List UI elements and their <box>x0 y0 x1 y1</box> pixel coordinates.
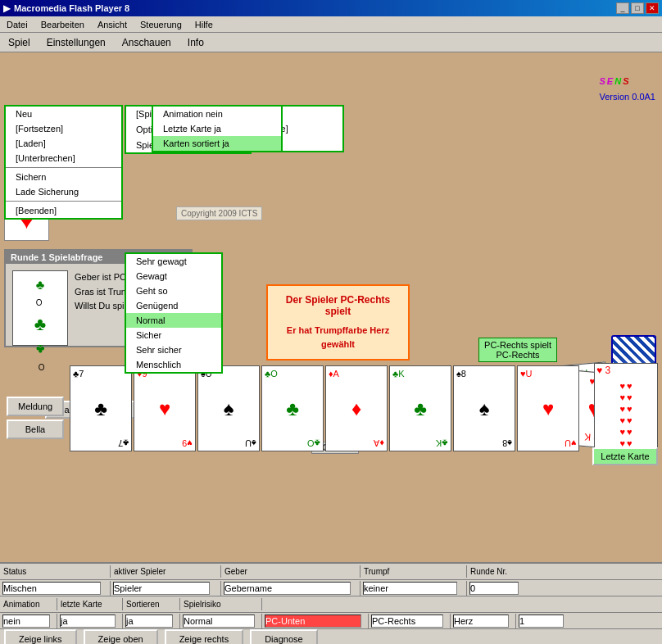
val-pc-unten-highlight <box>262 614 369 628</box>
logo-n: N <box>614 76 623 86</box>
pc-rechts-label: PC-Rechts spielt PC-Rechts <box>478 338 557 362</box>
menu-item-sichern[interactable]: Sichern <box>6 170 121 184</box>
menu-item-gewagt[interactable]: Gewagt <box>126 269 221 283</box>
menubar: Datei Bearbeiten Ansicht Steuerung Hilfe <box>0 16 662 33</box>
logo-s1: S <box>600 76 607 86</box>
status-val-aktiver <box>111 581 221 596</box>
menu-item-sehr-gewagt[interactable]: Sehr gewagt <box>126 254 221 269</box>
zeige-links-button[interactable]: Zeige links <box>4 629 77 644</box>
pc-rechts-name: PC-Rechts <box>484 350 551 360</box>
status-row4: Normal <box>0 613 662 629</box>
menu-datei[interactable]: Datei <box>0 18 34 31</box>
input-sortieren[interactable] <box>125 615 173 628</box>
bottom-card-6[interactable]: ♣K ♣ ♣K <box>389 365 451 451</box>
menu-item-normal[interactable]: Normal <box>126 313 221 328</box>
val-letzte-karte <box>57 614 123 628</box>
menu-item-menschlich[interactable]: Menschlich <box>126 357 221 372</box>
meldung-button[interactable]: Meldung <box>7 397 64 416</box>
val-runde-nr <box>516 614 566 628</box>
status-input-status[interactable] <box>2 582 101 595</box>
bottom-card-2[interactable]: ♥9 ♥ ♥9 <box>134 365 196 451</box>
bottom-card-5[interactable]: ♦A ♦ ♦A <box>325 365 388 451</box>
menu-item-sicher[interactable]: Sicher <box>126 328 221 342</box>
window-title: Macromedia Flash Player 8 <box>14 3 129 13</box>
menu-item-beenden[interactable]: [Beenden] <box>6 203 121 218</box>
nav-anschauen[interactable]: Anschauen <box>114 34 179 51</box>
input-runde-nr[interactable] <box>519 615 564 628</box>
menu-item-unterbrechen[interactable]: [Unterbrechen] <box>6 151 121 166</box>
menu-steuerung[interactable]: Steuerung <box>134 18 188 31</box>
logo-e: E <box>607 76 614 86</box>
status-input-trumpf[interactable] <box>363 582 457 595</box>
bottom-card-1[interactable]: ♣7 ♣ ♣7 <box>70 365 132 451</box>
bottom-cards: ♣7 ♣ ♣7 ♥9 ♥ ♥9 ♠U ♠ ♠U ♣O ♣ ♣O ♦A ♦ ♦A <box>70 365 579 451</box>
status-lbl-geber: Geber <box>221 565 360 578</box>
menu-hilfe[interactable]: Hilfe <box>188 18 220 31</box>
menu-item-neu[interactable]: Neu <box>6 107 121 121</box>
separator2 <box>6 201 121 202</box>
status-buttons-row: Zeige links Zeige oben Zeige rechts Diag… <box>0 631 662 644</box>
nav-info[interactable]: Info <box>179 34 212 51</box>
lbl-sortieren: Sortieren <box>123 598 180 610</box>
player-info-text: Er hat Trumpffarbe Herzgewählt <box>276 324 400 351</box>
runde-card: ♣ O ♣ O♣ <box>12 270 68 346</box>
status-lbl-trumpf: Trumpf <box>360 565 467 578</box>
menu-item-lade-sicherung[interactable]: Lade Sicherung <box>6 184 121 199</box>
status-input-aktiver[interactable] <box>113 582 210 595</box>
status-lbl-runde: Runde Nr. <box>467 565 549 578</box>
bottom-card-4[interactable]: ♣O ♣ ♣O <box>261 365 324 451</box>
close-button[interactable]: ✕ <box>646 2 659 14</box>
input-herz[interactable] <box>453 615 509 628</box>
anschauen-dropdown: Animation nein Letzte Karte ja Karten so… <box>152 105 283 152</box>
bella-button[interactable]: Bella <box>7 420 64 439</box>
menu-item-fortsetzen[interactable]: [Fortsetzen] <box>6 121 121 136</box>
status-val-trumpf <box>360 581 467 596</box>
zeige-oben-button[interactable]: Zeige oben <box>84 629 158 644</box>
val-spielrisiko: Normal <box>180 614 262 628</box>
status-bar: Status aktiver Spieler Geber Trumpf Rund… <box>0 562 662 644</box>
status-lbl-aktiver: aktiver Spieler <box>111 565 221 578</box>
bottom-card-3[interactable]: ♠U ♠ ♠U <box>197 365 260 451</box>
bottom-card-7[interactable]: ♠8 ♠ ♠8 <box>453 365 515 451</box>
input-spielrisiko[interactable]: Normal <box>183 615 255 628</box>
status-input-runde[interactable] <box>469 582 519 595</box>
status-input-geber[interactable] <box>224 582 351 595</box>
menu-bearbeiten[interactable]: Bearbeiten <box>34 18 91 31</box>
input-pc-rechts[interactable] <box>371 615 443 628</box>
menu-item-letzte-karte[interactable]: Letzte Karte ja <box>153 121 281 136</box>
separator1 <box>6 167 121 168</box>
status-label-row: Status aktiver Spieler Geber Trumpf Rund… <box>0 564 662 580</box>
status-val-geber <box>221 581 360 596</box>
menu-item-karten-sortiert[interactable]: Karten sortiert ja <box>153 136 281 151</box>
letzte-karte-button[interactable]: Letzte Karte <box>592 447 658 465</box>
menu-item-genuegend[interactable]: Genügend <box>126 298 221 313</box>
menu-ansicht[interactable]: Ansicht <box>91 18 134 31</box>
maximize-button[interactable]: □ <box>631 2 644 14</box>
main-area: SENS Version 0.0A1 ♥ Neu [Fortsetzen] [L… <box>0 52 662 562</box>
menu-item-laden[interactable]: [Laden] <box>6 136 121 151</box>
input-animation[interactable] <box>2 615 50 628</box>
navbar: Spiel Einstellungen Anschauen Info <box>0 33 662 52</box>
zeige-rechts-button[interactable]: Zeige rechts <box>165 629 244 644</box>
status-row3: Animation letzte Karte Sortieren Spielri… <box>0 596 662 613</box>
menu-item-animation[interactable]: Animation nein <box>153 107 281 121</box>
menu-item-sehr-sicher[interactable]: Sehr sicher <box>126 342 221 357</box>
val-herz <box>451 614 516 628</box>
lbl-empty <box>262 603 662 606</box>
val-sortieren <box>123 614 180 628</box>
minimize-button[interactable]: _ <box>616 2 629 14</box>
status-value-row <box>0 580 662 596</box>
bottom-card-8[interactable]: ♥U ♥ ♥U <box>517 365 579 451</box>
lbl-animation: Animation <box>0 598 57 610</box>
input-pc-unten[interactable] <box>265 615 361 628</box>
action-buttons: Meldung Bella <box>7 397 64 439</box>
nav-einstellungen[interactable]: Einstellungen <box>39 34 114 51</box>
val-pc-rechts <box>369 614 451 628</box>
pc-rechts-spielt: PC-Rechts spielt <box>484 340 551 350</box>
nav-spiel[interactable]: Spiel <box>0 34 39 51</box>
letzte-karte-card: ♥ 3 ♥♥ ♥♥ ♥♥ ♥♥ ♥♥ ♥♥ <box>594 363 658 451</box>
menu-item-geht-so[interactable]: Geht so <box>126 283 221 298</box>
logo-version: Version 0.0A1 <box>600 92 656 102</box>
input-letzte-karte[interactable] <box>60 615 116 628</box>
diagnose-button[interactable]: Diagnose <box>250 629 317 644</box>
